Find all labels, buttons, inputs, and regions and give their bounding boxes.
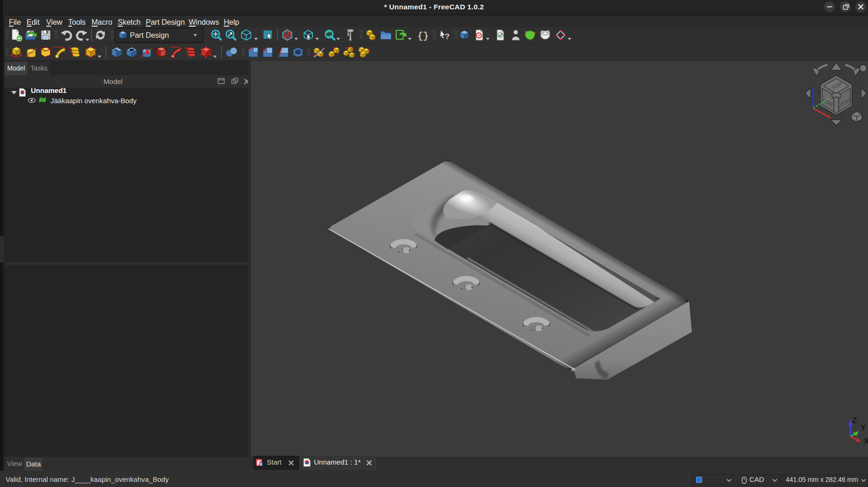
svg-text:Z: Z — [852, 416, 857, 424]
svg-text:{}: {} — [417, 31, 429, 42]
svg-text:X: X — [864, 437, 868, 445]
svg-text:Part Design: Part Design — [130, 31, 169, 39]
svg-text:?: ? — [445, 32, 449, 41]
svg-text:Y: Y — [861, 424, 866, 432]
